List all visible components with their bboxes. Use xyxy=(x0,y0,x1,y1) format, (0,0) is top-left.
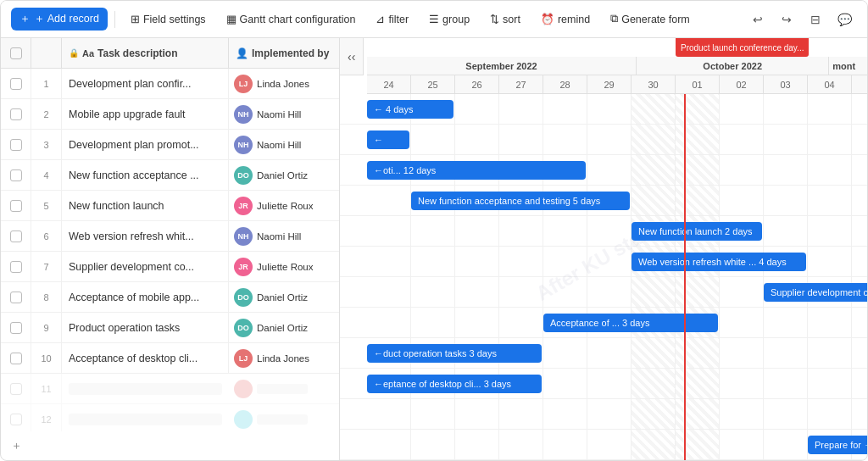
gantt-cell xyxy=(632,155,676,185)
check-all-col[interactable] xyxy=(1,38,31,68)
month-label: September 2022 xyxy=(367,57,637,75)
date-cell: 28 xyxy=(543,75,587,93)
row-check[interactable] xyxy=(1,343,31,373)
gantt-row xyxy=(340,399,867,430)
row-checkbox[interactable] xyxy=(10,292,22,303)
table-row[interactable]: 7 Supplier development co... JR Juliette… xyxy=(1,252,339,282)
row-task: Development plan promot... xyxy=(62,130,229,159)
gantt-area: ‹‹Product launch conference day...Septem… xyxy=(340,38,867,460)
gantt-cell xyxy=(632,125,676,154)
table-row[interactable]: 3 Development plan promot... NH Naomi Hi… xyxy=(1,130,339,160)
group-button[interactable]: ☰ group xyxy=(420,8,478,30)
avatar: DO xyxy=(234,288,253,307)
avatar xyxy=(234,380,253,398)
chat-button[interactable]: 💬 xyxy=(832,7,857,32)
row-check[interactable] xyxy=(1,191,31,220)
gantt-cell xyxy=(455,308,499,337)
gantt-cell xyxy=(587,155,632,185)
remind-icon: ⏰ xyxy=(541,13,554,25)
row-check[interactable] xyxy=(1,99,31,129)
row-checkbox[interactable] xyxy=(10,322,22,334)
row-check[interactable] xyxy=(1,160,31,190)
table-row[interactable]: 11 xyxy=(1,374,339,404)
gantt-chart-label: Gantt chart configuration xyxy=(240,14,356,25)
row-check[interactable] xyxy=(1,69,31,98)
row-checkbox[interactable] xyxy=(10,261,22,273)
row-checkbox[interactable] xyxy=(10,200,22,212)
table-row[interactable]: 4 New function acceptance ... DO Daniel … xyxy=(1,160,339,191)
table-row[interactable]: 1 Development plan confir... LJ Linda Jo… xyxy=(1,69,339,99)
table-row[interactable]: 5 New function launch JR Juliette Roux xyxy=(1,191,339,221)
add-row-button[interactable]: ＋ xyxy=(1,431,339,460)
avatar xyxy=(234,410,253,429)
row-checkbox[interactable] xyxy=(10,169,22,181)
gantt-cell xyxy=(720,277,764,307)
row-impl: NH Naomi Hill xyxy=(229,221,339,251)
gantt-cell xyxy=(411,216,455,246)
gantt-cell xyxy=(411,430,455,459)
redo-button[interactable]: ↪ xyxy=(774,7,799,32)
gantt-bar[interactable]: ← xyxy=(367,131,409,149)
gantt-cell xyxy=(764,94,808,124)
gantt-cell xyxy=(764,155,808,185)
event-banner: Product launch conference day... xyxy=(676,38,809,57)
field-settings-button[interactable]: ⊞ Field settings xyxy=(122,8,214,30)
row-checkbox[interactable] xyxy=(10,353,22,364)
table-row[interactable]: 6 Web version refresh whit... NH Naomi H… xyxy=(1,221,339,252)
gantt-prev-button[interactable]: ‹‹ xyxy=(345,48,358,65)
table-row[interactable]: 10 Acceptance of desktop cli... LJ Linda… xyxy=(1,343,339,374)
toolbar: ＋ ＋ Add record ⊞ Field settings ▦ Gantt … xyxy=(1,1,867,38)
row-check[interactable] xyxy=(1,374,31,403)
row-check[interactable] xyxy=(1,130,31,159)
sort-button[interactable]: ⇅ sort xyxy=(481,8,529,30)
gantt-bar[interactable]: ←duct operation tasks 3 days xyxy=(367,344,542,363)
row-check[interactable] xyxy=(1,404,31,431)
gantt-cell xyxy=(808,308,852,337)
gantt-bar[interactable]: Web version refresh white ... 4 days xyxy=(632,253,806,271)
row-check[interactable] xyxy=(1,221,31,251)
add-record-button[interactable]: ＋ ＋ Add record xyxy=(11,8,108,31)
view-options-button[interactable]: ⊟ xyxy=(803,7,828,32)
row-check[interactable] xyxy=(1,313,31,342)
gantt-bar[interactable]: Supplier development c→ xyxy=(764,283,867,302)
date-cell: 26 xyxy=(455,75,499,93)
avatar: DO xyxy=(234,166,253,185)
gantt-cell xyxy=(543,399,587,429)
row-checkbox[interactable] xyxy=(10,139,22,151)
gantt-cell xyxy=(543,94,587,124)
filter-button[interactable]: ⊿ filter xyxy=(367,8,417,30)
row-checkbox[interactable] xyxy=(10,108,22,120)
row-impl xyxy=(229,374,339,403)
generate-form-button[interactable]: ⧉ Generate form xyxy=(602,8,698,30)
gantt-bar[interactable]: ←eptance of desktop cli... 3 days xyxy=(367,375,542,393)
remind-button[interactable]: ⏰ remind xyxy=(532,8,598,30)
gantt-cell xyxy=(411,125,455,154)
table-row[interactable]: 12 xyxy=(1,404,339,431)
row-checkbox[interactable] xyxy=(10,414,22,425)
gantt-bar[interactable]: Prepare for → xyxy=(808,436,867,454)
gantt-cell xyxy=(367,277,411,307)
gantt-bar[interactable]: ← 4 days xyxy=(367,100,453,119)
row-checkbox[interactable] xyxy=(10,78,22,90)
impl-col-header: 👤 Implemented by xyxy=(229,38,339,68)
row-checkbox[interactable] xyxy=(10,230,22,242)
row-check[interactable] xyxy=(1,282,31,312)
undo-button[interactable]: ↩ xyxy=(745,7,771,32)
gantt-bar[interactable]: New function acceptance and testing 5 da… xyxy=(411,192,630,210)
table-row[interactable]: 2 Mobile app upgrade fault NH Naomi Hill xyxy=(1,99,339,130)
row-checkbox[interactable] xyxy=(10,383,22,395)
select-all-checkbox[interactable] xyxy=(10,47,22,59)
row-check[interactable] xyxy=(1,252,31,281)
gantt-chart-button[interactable]: ▦ Gantt chart configuration xyxy=(218,8,364,30)
table-row[interactable]: 9 Product operation tasks DO Daniel Orti… xyxy=(1,313,339,343)
table-row[interactable]: 8 Acceptance of mobile app... DO Daniel … xyxy=(1,282,339,313)
gantt-cell xyxy=(808,155,852,185)
gantt-bar[interactable]: ←oti... 12 days xyxy=(367,161,586,180)
gantt-bar[interactable]: Acceptance of ... 3 days xyxy=(543,314,718,332)
month-label-partial: mont xyxy=(829,57,867,75)
gantt-bar[interactable]: New function launch 2 days xyxy=(632,222,762,241)
gantt-row: ←oti... 12 days xyxy=(340,155,867,186)
gantt-cell xyxy=(676,94,720,124)
impl-name: Juliette Roux xyxy=(257,201,313,211)
gantt-cell xyxy=(587,247,632,276)
